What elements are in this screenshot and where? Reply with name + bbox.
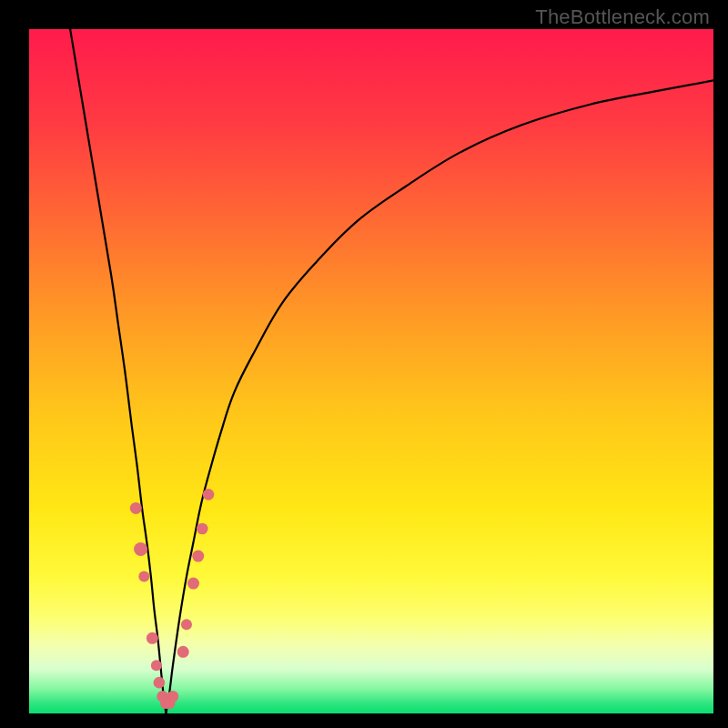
curve-layer bbox=[29, 29, 713, 713]
marker-point bbox=[187, 578, 199, 590]
marker-point bbox=[147, 632, 158, 644]
marker-point bbox=[197, 523, 208, 535]
marker-point bbox=[154, 677, 166, 689]
plot-area bbox=[29, 29, 713, 713]
marker-point bbox=[138, 571, 149, 582]
marker-point bbox=[151, 660, 162, 671]
marker-point bbox=[203, 489, 215, 500]
watermark-text: TheBottleneck.com bbox=[535, 5, 710, 29]
marker-point bbox=[192, 551, 204, 562]
right-branch-curve bbox=[166, 80, 713, 713]
marker-point bbox=[134, 542, 147, 556]
marker-point bbox=[130, 502, 142, 514]
left-branch-curve bbox=[70, 29, 166, 713]
marker-point bbox=[167, 691, 179, 703]
frame: TheBottleneck.com bbox=[0, 0, 728, 728]
marker-point bbox=[181, 619, 192, 630]
marker-point bbox=[177, 646, 189, 658]
